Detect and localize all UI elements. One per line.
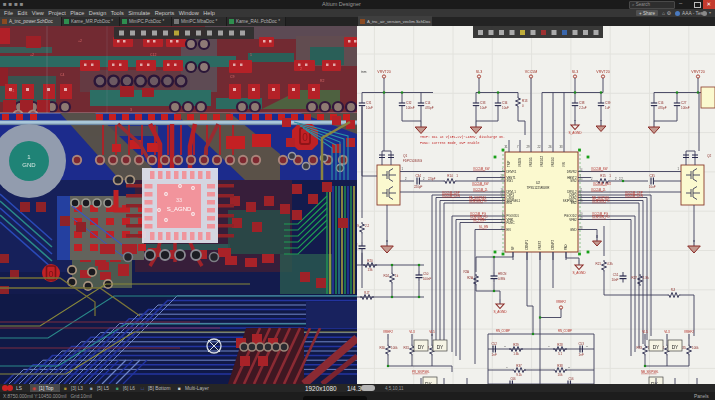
svg-text:VCC5M_CSN: VCC5M_CSN — [625, 194, 643, 198]
svg-text:C34: C34 — [502, 101, 508, 105]
svg-text:VRVT20: VRVT20 — [377, 70, 391, 74]
svg-text:VREG3: VREG3 — [551, 157, 555, 167]
svg-text:SW1: SW1 — [507, 179, 514, 183]
svg-text:1uF: 1uF — [605, 106, 610, 110]
svg-text:C38: C38 — [579, 101, 585, 105]
svg-text:R28: R28 — [557, 343, 563, 347]
svg-text:RF: RF — [511, 246, 515, 250]
svg-text:VL5: VL5 — [642, 330, 648, 334]
svg-text:DY: DY — [437, 345, 444, 350]
svg-text:VCC5M_SW: VCC5M_SW — [473, 167, 490, 171]
svg-text:VCC5M: VCC5M — [525, 70, 538, 74]
svg-text:C53: C53 — [578, 342, 584, 346]
svg-text:tnm: tnm — [361, 70, 367, 74]
svg-text:VFB2: VFB2 — [569, 218, 577, 222]
svg-text:VREG12: VREG12 — [540, 156, 544, 167]
svg-text:NB_SKIPSEL: NB_SKIPSEL — [641, 370, 659, 374]
svg-text:CLKRUN_PD: CLKRUN_PD — [592, 215, 610, 219]
svg-text:PR_SKIPSEL: PR_SKIPSEL — [412, 370, 430, 374]
svg-text:RN_COMP: RN_COMP — [496, 329, 510, 333]
svg-text:S_AGND: S_AGND — [572, 271, 586, 275]
svg-text:Q2: Q2 — [707, 154, 711, 158]
svg-text:VCC5M_2L: VCC5M_2L — [473, 188, 488, 192]
svg-text:VCC5M_SW: VCC5M_SW — [472, 182, 489, 186]
svg-text:GND: GND — [22, 162, 36, 168]
svg-text:R38: R38 — [557, 364, 563, 368]
svg-text:C34: C34 — [415, 174, 421, 178]
svg-text:R33: R33 — [636, 346, 642, 350]
svg-text:100nF: 100nF — [423, 277, 431, 281]
svg-text:1.9k: 1.9k — [643, 276, 649, 280]
svg-text:C16: C16 — [658, 101, 664, 105]
svg-text:2: 2 — [300, 67, 302, 71]
svg-text:C27: C27 — [681, 101, 687, 105]
svg-text:U2: U2 — [536, 181, 540, 185]
svg-text:R2A: R2A — [463, 270, 469, 274]
svg-text:33: 33 — [560, 145, 563, 149]
svg-text:C51: C51 — [613, 273, 619, 277]
svg-text:C39: C39 — [605, 101, 611, 105]
svg-text:VREF2: VREF2 — [538, 241, 542, 250]
svg-text:100k: 100k — [391, 346, 398, 350]
svg-text:SL3: SL3 — [572, 70, 578, 74]
svg-text:DRVR2: DRVR2 — [567, 170, 577, 174]
svg-text:220pF: 220pF — [414, 185, 423, 189]
svg-text:FUNC: FUNC — [507, 221, 515, 225]
svg-text:220pF: 220pF — [428, 177, 436, 181]
svg-text:VREF2: VREF2 — [684, 330, 694, 334]
svg-text:29: 29 — [527, 145, 530, 149]
svg-text:2.2: 2.2 — [365, 224, 370, 228]
svg-text:GND: GND — [570, 228, 576, 232]
svg-text:FUNC: Current mode, OVP enable: FUNC: Current mode, OVP enable — [420, 141, 479, 145]
svg-text:SL3: SL3 — [476, 70, 482, 74]
svg-text:C33: C33 — [480, 101, 486, 105]
svg-text:VIN: VIN — [562, 162, 566, 167]
svg-text:R37: R37 — [516, 364, 522, 368]
svg-text:5.1: 5.1 — [558, 352, 563, 356]
svg-text:R31: R31 — [403, 346, 409, 350]
svg-text:VL3: VL3 — [409, 330, 415, 334]
svg-text:C32: C32 — [406, 101, 412, 105]
svg-text:10k: 10k — [558, 373, 563, 377]
svg-text:EN: EN — [507, 228, 511, 232]
svg-text:26: 26 — [549, 145, 552, 149]
svg-text:VREF2: VREF2 — [383, 330, 393, 334]
svg-text:R2A: R2A — [467, 276, 473, 280]
svg-text:EN1: EN1 — [507, 201, 513, 205]
svg-text:VCC5M_2L: VCC5M_2L — [591, 188, 606, 192]
svg-text:COMP2: COMP2 — [551, 240, 555, 250]
svg-text:TRIP: OCL at V(CEL-LV)~+48mV,: TRIP: OCL at V(CEL-LV)~+48mV, discharge … — [420, 135, 505, 139]
svg-text:C4: C4 — [60, 73, 65, 77]
svg-text:10uF: 10uF — [502, 106, 509, 110]
svg-text:10uF: 10uF — [480, 106, 487, 110]
svg-text:RJT: RJT — [364, 291, 370, 295]
svg-text:1: 1 — [250, 53, 252, 57]
svg-text:9.1k: 9.1k — [516, 373, 522, 377]
svg-text:VRVT20: VRVT20 — [596, 70, 610, 74]
svg-text:100nF: 100nF — [406, 106, 415, 110]
svg-text:R30: R30 — [379, 346, 385, 350]
svg-text:VCC5M_CSN: VCC5M_CSN — [442, 194, 460, 198]
svg-text:C66: C66 — [510, 377, 516, 381]
svg-text:R24: R24 — [383, 274, 389, 278]
svg-text:R15: R15 — [600, 174, 606, 178]
svg-text:VCC5M_SW: VCC5M_SW — [591, 167, 608, 171]
svg-text:1k: 1k — [395, 274, 399, 278]
svg-text:470pF: 470pF — [658, 106, 667, 110]
svg-text:SL_EN: SL_EN — [479, 225, 488, 229]
svg-text:13k: 13k — [368, 268, 373, 272]
svg-text:S_AGND: S_AGND — [493, 310, 507, 314]
svg-text:R29: R29 — [513, 343, 519, 347]
svg-text:2.2uF: 2.2uF — [579, 106, 587, 110]
svg-text:1nF: 1nF — [492, 353, 497, 357]
svg-text:SW2: SW2 — [570, 179, 577, 183]
svg-text:VCC5M_SW2: VCC5M_SW2 — [593, 182, 611, 186]
svg-text:R27: R27 — [631, 276, 637, 280]
svg-text:C12: C12 — [150, 53, 156, 57]
svg-text:0: 0 — [302, 132, 308, 143]
svg-text:470pF: 470pF — [425, 106, 434, 110]
svg-text:C56: C56 — [568, 377, 574, 381]
svg-text:Q1: Q1 — [403, 154, 407, 158]
svg-text:C9: C9 — [230, 75, 235, 79]
svg-text:4.3k: 4.3k — [607, 262, 613, 266]
